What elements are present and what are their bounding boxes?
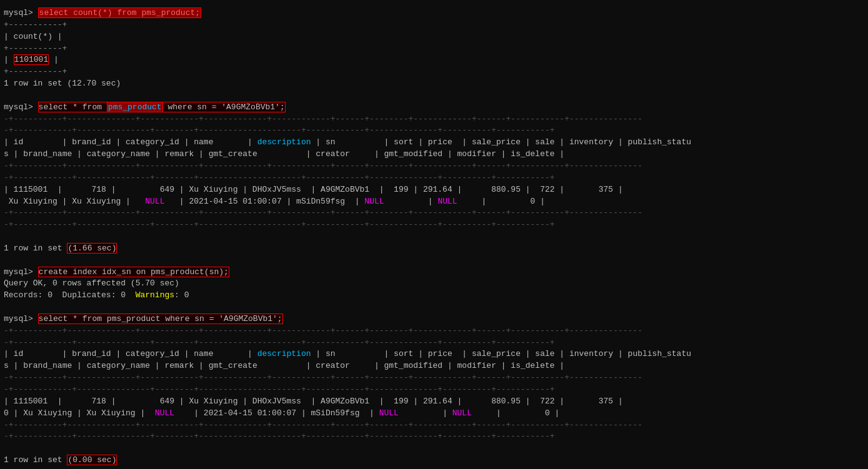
line-select-2: mysql> select * from pms_product where s… [4, 313, 864, 325]
divider-6: -+------------+---------------+--------+… [4, 219, 864, 231]
cmd-select-2: select * from pms_product where sn = 'A9… [38, 313, 283, 324]
terminal-window: mysql> select count(*) from pms_product;… [2, 5, 866, 469]
divider-10: -+------------+---------------+--------+… [4, 384, 864, 396]
divider-3: -+----------+--------------+------------… [4, 160, 864, 172]
line-result-1: 1 row in set (12.70 sec) [4, 78, 864, 90]
line-header-count: | count(*) | [4, 31, 864, 43]
line-border-2: +-----------+ [4, 43, 864, 55]
line-count-value: | 1101001 | [4, 54, 864, 66]
line-create-idx: mysql> create index idx_sn on pms_produc… [4, 267, 864, 279]
divider-2: -+------------+---------------+--------+… [4, 125, 864, 137]
blank-3 [4, 255, 864, 267]
desc-col-2: description [257, 349, 311, 358]
divider-1: -+----------+--------------+------------… [4, 114, 864, 126]
count-value-box: 1101001 [14, 54, 49, 65]
prompt-1: mysql> [4, 8, 38, 17]
line-result-3: 1 row in set (0.00 sec) [4, 455, 864, 467]
cmd-create-index: create index idx_sn on pms_product(sn); [38, 267, 229, 277]
line-border-3: +-----------+ [4, 66, 864, 78]
blank-1 [4, 90, 864, 102]
divider-7: -+----------+--------------+------------… [4, 325, 864, 337]
divider-5: -+----------+--------------+------------… [4, 207, 864, 219]
warnings-label: Warnings [136, 290, 174, 300]
table-name-highlight-1: pms_product [107, 102, 163, 112]
prompt-3: mysql> [4, 267, 38, 277]
null-1: NULL [145, 197, 164, 206]
prompt-2: mysql> [4, 102, 38, 112]
data-row-1b: Xu Xiuying | Xu Xiuying | NULL | 2021-04… [4, 196, 864, 208]
cmd-select-box: select * from pms_product where sn = 'A9… [38, 102, 286, 112]
brand-name-col-2: brand_name [23, 361, 72, 370]
line-result-2: 1 row in set (1.66 sec) [4, 243, 864, 255]
divider-9: -+----------+--------------+------------… [4, 372, 864, 384]
data-row-1a: | 1115001 | 718 | 649 | Xu Xiuying | DHO… [4, 184, 864, 196]
divider-8: -+------------+---------------+--------+… [4, 337, 864, 349]
line-records: Records: 0 Duplicates: 0 Warnings: 0 [4, 290, 864, 302]
blank-5 [4, 443, 864, 455]
header-row-2b: s | brand_name | category_name | remark … [4, 360, 864, 372]
header-row-1: | id | brand_id | category_id | name | d… [4, 137, 864, 149]
null-6: NULL [452, 408, 472, 418]
header-row-2: s | brand_name | category_name | remark … [4, 149, 864, 160]
line-border-1: +-----------+ [4, 19, 864, 31]
line-9: mysql> select * from pms_product where s… [4, 102, 864, 114]
inventory-col-1: inventory [569, 137, 613, 147]
divider-11: -+----------+--------------+------------… [4, 420, 864, 432]
null-4: NULL [155, 408, 174, 418]
null-5: NULL [379, 408, 399, 418]
divider-12: -+------------+---------------+--------+… [4, 431, 864, 443]
null-3: NULL [437, 197, 457, 206]
timing-box-1: (1.66 sec) [67, 243, 117, 254]
divider-4: -+------------+---------------+--------+… [4, 172, 864, 184]
desc-col-1: description [257, 137, 311, 147]
brand-name-col-1: brand_name [23, 149, 72, 159]
data-row-2b: 0 | Xu Xiuying | Xu Xiuying | NULL | 202… [4, 408, 864, 420]
blank-4 [4, 302, 864, 313]
timing-box-2: (0.00 sec) [67, 455, 117, 465]
null-2: NULL [364, 197, 384, 206]
data-row-2a: | 1115001 | 718 | 649 | Xu Xiuying | DHO… [4, 396, 864, 408]
inventory-col-2: inventory [569, 349, 613, 358]
cmd-count: select count(*) from pms_product; [38, 7, 201, 18]
line-1: mysql> select count(*) from pms_product; [4, 7, 864, 19]
header-row-1b: | id | brand_id | category_id | name | d… [4, 348, 864, 360]
blank-2 [4, 231, 864, 243]
prompt-4: mysql> [4, 314, 38, 323]
line-query-ok: Query OK, 0 rows affected (5.70 sec) [4, 278, 864, 290]
